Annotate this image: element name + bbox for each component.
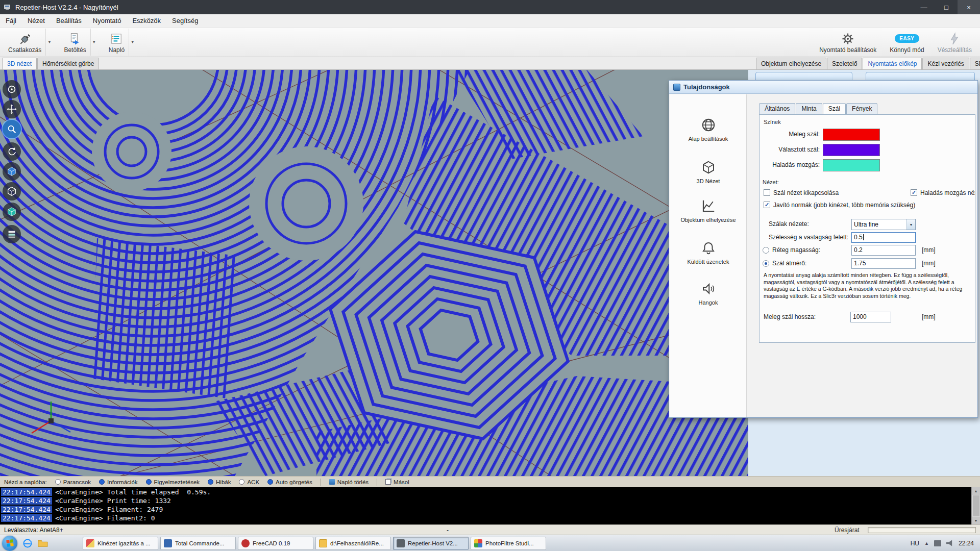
log-scrollbar[interactable]: ▲ ▼ [971, 487, 980, 524]
iso-view-button[interactable] [3, 162, 21, 181]
scroll-up-icon[interactable]: ▲ [972, 487, 980, 495]
tab-sd-card[interactable]: SD kártya [970, 58, 980, 69]
menu-config[interactable]: Beállítás [51, 14, 87, 27]
maximize-button[interactable]: □ [935, 0, 958, 14]
sidebar-item-sounds[interactable]: Hangok [670, 281, 747, 306]
log-output[interactable]: 22:17:54.424<CuraEngine> Total time elap… [0, 487, 980, 524]
log-dropdown-arrow[interactable]: ▼ [129, 29, 136, 56]
dialog-title-bar[interactable]: Tulajdonságok [669, 81, 977, 94]
correct-normals-checkbox[interactable]: ✓ [764, 202, 770, 208]
connect-button[interactable]: Csatlakozás [4, 29, 45, 56]
explorer-folder-icon[interactable] [37, 537, 49, 549]
led-on-icon [267, 479, 273, 485]
menu-view[interactable]: Nézet [22, 14, 51, 27]
rotate-view-button[interactable] [3, 142, 21, 161]
filament-diameter-radio[interactable] [763, 260, 769, 267]
tab-temperature-curve[interactable]: Hőmérséklet görbe [37, 58, 99, 69]
log-filter-bar: Nézd a naplóba: Parancsok Információk Fi… [0, 476, 980, 487]
load-dropdown-arrow[interactable]: ▼ [90, 29, 97, 56]
dialog-tab-general[interactable]: Általános [759, 103, 795, 114]
status-center: - [447, 527, 449, 534]
tab-object-placement[interactable]: Objektum elhelyezése [756, 58, 826, 69]
log-line: 22:17:54.424<CuraEngine> Filament2: 0 [1, 514, 980, 523]
layer-height-input[interactable]: 0.2 [851, 245, 916, 256]
minimize-button[interactable]: — [913, 0, 935, 14]
dialog-tab-pattern[interactable]: Minta [796, 103, 822, 114]
home-view-button[interactable] [3, 80, 21, 98]
sidebar-item-object-placement[interactable]: Objektum elhelyezése [670, 198, 747, 223]
sidebar-item-sent-messages[interactable]: Küldött üzenetek [670, 240, 747, 265]
browser-icon[interactable] [21, 537, 34, 549]
status-bar: Leválasztva: AnetA8+ - Üresjárat [0, 524, 980, 535]
pan-view-button[interactable] [3, 100, 21, 118]
speaker-tray-icon[interactable] [946, 540, 953, 546]
tab-manual-control[interactable]: Kézi vezérlés [922, 58, 969, 69]
menu-printer[interactable]: Nyomtató [87, 14, 127, 27]
taskbar-button-repetier-host[interactable]: Repetier-Host V2... [393, 537, 469, 550]
dialog-sidebar: Alap beállítások 3D Nézet Objektum elhel… [670, 94, 747, 417]
taskbar-button-freecad[interactable]: FreeCAD 0.19 [238, 537, 313, 550]
tab-row: 3D nézet Hőmérséklet görbe Objektum elhe… [0, 57, 980, 70]
gcode-preview-viewport[interactable] [0, 70, 748, 476]
hot-filament-length-input[interactable]: 1000 [850, 312, 891, 322]
travel-view-checkbox[interactable]: ✓ [911, 189, 917, 196]
travel-move-color-swatch[interactable] [823, 159, 880, 171]
disable-filament-view-checkbox[interactable] [764, 189, 770, 196]
tab-slicer[interactable]: Szeletelő [827, 58, 862, 69]
taskbar-button-total-commander[interactable]: Total Commande... [160, 537, 236, 550]
properties-dialog: Tulajdonságok Alap beállítások 3D Nézet … [669, 80, 978, 418]
menu-tools[interactable]: Eszközök [127, 14, 166, 27]
keyboard-language[interactable]: HU [911, 540, 919, 547]
printer-settings-button[interactable]: Nyomtató beállítások [815, 29, 880, 56]
printer-settings-label: Nyomtató beállítások [819, 46, 876, 54]
menu-file[interactable]: Fájl [0, 14, 22, 27]
connect-dropdown-arrow[interactable]: ▼ [45, 29, 53, 56]
dialog-tab-lights[interactable]: Fények [846, 103, 877, 114]
filter-infos[interactable]: Információk [99, 479, 137, 485]
emergency-stop-label: Vészleállítás [938, 46, 972, 54]
taskbar-button-folder[interactable]: d:\Felhasználói\Re... [315, 537, 391, 550]
connection-status: Leválasztva: AnetA8+ [4, 527, 63, 534]
selected-filament-color-swatch[interactable] [823, 144, 880, 156]
front-view-button[interactable] [3, 182, 21, 201]
filter-ack[interactable]: ACK [239, 479, 259, 485]
filament-visualization-dropdown[interactable]: Ultra fine ▼ [851, 219, 916, 230]
scroll-down-icon[interactable]: ▼ [972, 517, 980, 524]
mm-unit-label: [mm] [922, 246, 936, 254]
scrollbar-thumb[interactable] [973, 495, 979, 516]
menu-help[interactable]: Segítség [166, 14, 204, 27]
sidebar-item-3d-view[interactable]: 3D Nézet [670, 160, 747, 185]
close-button[interactable]: × [958, 0, 980, 14]
emergency-stop-button[interactable]: Vészleállítás [934, 29, 976, 56]
hidden-icons-chevron[interactable]: ▲ [924, 541, 929, 546]
title-bar[interactable]: Repetier-Host V2.2.4 - Nagyítónyél — □ × [0, 0, 980, 14]
selected-filament-color-label: Választott szál: [760, 146, 820, 153]
taskbar-button-kinezet[interactable]: Kinézet igazítás a ... [83, 537, 158, 550]
filter-autoscroll[interactable]: Auto görgetés [267, 479, 312, 485]
tab-3d-view[interactable]: 3D nézet [2, 58, 37, 69]
width-over-thickness-input[interactable]: 0.5 [851, 232, 916, 243]
filament-diameter-label: Szál átmérő: [772, 260, 806, 267]
dialog-tab-filament[interactable]: Szál [823, 103, 846, 114]
sidebar-item-basic-settings[interactable]: Alap beállítások [670, 117, 747, 142]
zoom-view-button[interactable] [3, 120, 21, 138]
taskbar-button-photofiltre[interactable]: PhotoFiltre Studi... [471, 537, 546, 550]
hot-filament-color-swatch[interactable] [823, 129, 880, 141]
layer-height-radio[interactable] [763, 247, 769, 254]
top-view-button[interactable] [3, 203, 21, 221]
load-button[interactable]: Betöltés [60, 29, 90, 56]
log-button[interactable]: Napló [105, 29, 129, 56]
gcode-preview-canvas [0, 70, 748, 476]
easy-mode-button[interactable]: EASY Könnyű mód [886, 29, 928, 56]
clock[interactable]: 22:24 [959, 540, 974, 547]
filter-warnings[interactable]: Figyelmeztetések [146, 479, 200, 485]
copy-log-button[interactable]: Másol [385, 479, 409, 485]
display-tray-icon[interactable] [934, 540, 941, 546]
filter-commands[interactable]: Parancsok [55, 479, 91, 485]
tab-print-preview[interactable]: Nyomtatás előkép [863, 58, 922, 69]
filter-errors[interactable]: Hibák [208, 479, 231, 485]
filament-diameter-input[interactable]: 1.75 [851, 258, 916, 269]
clear-log-button[interactable]: Napló törlés [329, 479, 369, 485]
layers-view-button[interactable] [3, 225, 21, 243]
start-button[interactable] [2, 536, 17, 551]
